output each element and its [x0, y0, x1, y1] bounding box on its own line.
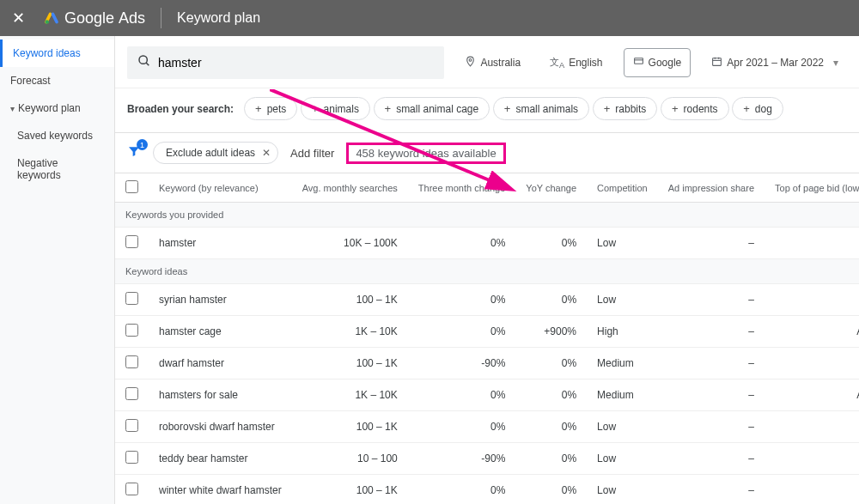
daterange-selector[interactable]: Apr 2021 – Mar 2022 ▾ — [703, 49, 847, 76]
cell-bid: – — [765, 475, 859, 505]
cell-keyword: hamsters for sale — [149, 380, 292, 411]
cell-impression: – — [658, 284, 765, 316]
sidebar-item-keyword-ideas[interactable]: Keyword ideas — [0, 39, 114, 67]
cell-avg: 1K – 10K — [292, 380, 408, 411]
search-icon — [137, 54, 151, 71]
cell-keyword: hamster — [149, 228, 292, 259]
remove-filter-icon[interactable]: ✕ — [262, 147, 271, 159]
cell-tmc: -90% — [408, 348, 516, 380]
sidebar-item-saved-keywords[interactable]: Saved keywords — [0, 122, 114, 149]
column-header[interactable]: Keyword (by relevance) — [149, 173, 292, 203]
select-all-checkbox[interactable] — [125, 180, 138, 193]
cell-competition: Medium — [587, 348, 658, 380]
table-row: teddy bear hamster10 – 100-90%0%Low–– — [115, 443, 859, 475]
broaden-chip-small-animal-cage[interactable]: +small animal cage — [374, 97, 490, 120]
svg-rect-4 — [634, 58, 643, 64]
row-checkbox[interactable] — [125, 483, 138, 495]
sidebar-item-keyword-plan[interactable]: Keyword plan — [0, 94, 114, 122]
row-checkbox[interactable] — [125, 292, 138, 305]
broaden-chip-pets[interactable]: +pets — [244, 97, 297, 120]
broaden-chip-rabbits[interactable]: +rabbits — [593, 97, 658, 120]
column-header[interactable]: Three month change — [408, 173, 516, 203]
row-checkbox[interactable] — [125, 419, 138, 432]
cell-avg: 10K – 100K — [292, 228, 408, 259]
cell-impression: – — [658, 411, 765, 443]
table-row: winter white dwarf hamster100 – 1K0%0%Lo… — [115, 475, 859, 505]
table-section-header: Keywords you provided — [115, 203, 859, 228]
cell-bid: A$0.37 — [765, 316, 859, 348]
cell-yoy: 0% — [515, 380, 587, 411]
cell-impression: – — [658, 228, 765, 259]
broaden-chip-small-animals[interactable]: +small animals — [493, 97, 589, 120]
cell-yoy: 0% — [515, 284, 587, 316]
row-checkbox[interactable] — [125, 324, 138, 337]
cell-bid: – — [765, 443, 859, 475]
svg-point-1 — [139, 56, 147, 64]
table-row: dwarf hamster100 – 1K-90%0%Medium–– — [115, 348, 859, 380]
cell-avg: 100 – 1K — [292, 475, 408, 505]
active-filter-pill[interactable]: Exclude adult ideas ✕ — [153, 142, 278, 164]
language-selector[interactable]: 文A English — [541, 49, 611, 76]
broaden-search-row: Broaden your search: +pets +animals +sma… — [115, 88, 859, 133]
cell-impression: – — [658, 348, 765, 380]
main-content: Australia 文A English Google Apr 2021 – M… — [115, 36, 859, 504]
cell-bid: – — [765, 411, 859, 443]
cell-competition: Low — [587, 475, 658, 505]
network-label: Google — [649, 57, 682, 69]
column-header[interactable]: Avg. monthly searches — [292, 173, 408, 203]
plus-icon: + — [672, 102, 679, 115]
svg-point-0 — [46, 20, 50, 24]
row-checkbox[interactable] — [125, 451, 138, 464]
column-header[interactable]: Top of page bid (low range) — [765, 173, 859, 203]
location-selector[interactable]: Australia — [456, 49, 529, 76]
cell-avg: 100 – 1K — [292, 411, 408, 443]
cell-keyword: dwarf hamster — [149, 348, 292, 380]
header-divider — [161, 8, 161, 28]
cell-tmc: -90% — [408, 443, 516, 475]
chevron-down-icon: ▾ — [833, 57, 838, 69]
cell-tmc: 0% — [408, 475, 516, 505]
row-checkbox[interactable] — [125, 355, 138, 368]
cell-competition: Low — [587, 411, 658, 443]
cell-keyword: teddy bear hamster — [149, 443, 292, 475]
ads-logo-icon — [44, 10, 59, 26]
cell-competition: Low — [587, 228, 658, 259]
cell-yoy: 0% — [515, 475, 587, 505]
row-checkbox[interactable] — [125, 235, 138, 248]
filter-funnel-icon[interactable]: 1 — [127, 144, 141, 161]
keyword-search-input[interactable] — [158, 56, 434, 70]
column-header[interactable]: Competition — [587, 173, 658, 203]
column-header[interactable]: YoY change — [515, 173, 587, 203]
add-filter-button[interactable]: Add filter — [290, 147, 334, 160]
row-checkbox[interactable] — [125, 387, 138, 400]
broaden-chip-animals[interactable]: +animals — [301, 97, 370, 120]
cell-bid: – — [765, 348, 859, 380]
filter-count-badge: 1 — [137, 139, 148, 150]
cell-competition: Low — [587, 443, 658, 475]
sidebar: Keyword ideasForecastKeyword planSaved k… — [0, 36, 115, 504]
language-label: English — [569, 57, 602, 69]
filter-row: 1 Exclude adult ideas ✕ Add filter 458 k… — [115, 133, 859, 173]
header-section-title: Keyword plan — [177, 10, 260, 26]
cell-avg: 10 – 100 — [292, 443, 408, 475]
network-selector[interactable]: Google — [624, 48, 691, 77]
close-icon[interactable]: ✕ — [12, 9, 25, 27]
network-icon — [633, 56, 644, 70]
plus-icon: + — [255, 102, 262, 115]
calendar-icon — [711, 56, 722, 70]
sidebar-item-negative-keywords[interactable]: Negative keywords — [0, 149, 114, 189]
cell-yoy: 0% — [515, 228, 587, 259]
cell-avg: 100 – 1K — [292, 284, 408, 316]
sidebar-item-forecast[interactable]: Forecast — [0, 67, 114, 94]
broaden-chip-dog[interactable]: +dog — [732, 97, 783, 120]
cell-tmc: 0% — [408, 380, 516, 411]
top-controls: Australia 文A English Google Apr 2021 – M… — [115, 36, 859, 88]
broaden-chip-rodents[interactable]: +rodents — [661, 97, 729, 120]
table-row: hamster10K – 100K0%0%Low–– — [115, 228, 859, 259]
location-label: Australia — [480, 57, 521, 69]
location-pin-icon — [465, 56, 476, 70]
broaden-label: Broaden your search: — [127, 103, 234, 115]
app-header: ✕ Google Ads Keyword plan — [0, 0, 859, 36]
column-header[interactable]: Ad impression share — [658, 173, 765, 203]
keyword-search-input-wrap[interactable] — [127, 46, 444, 79]
